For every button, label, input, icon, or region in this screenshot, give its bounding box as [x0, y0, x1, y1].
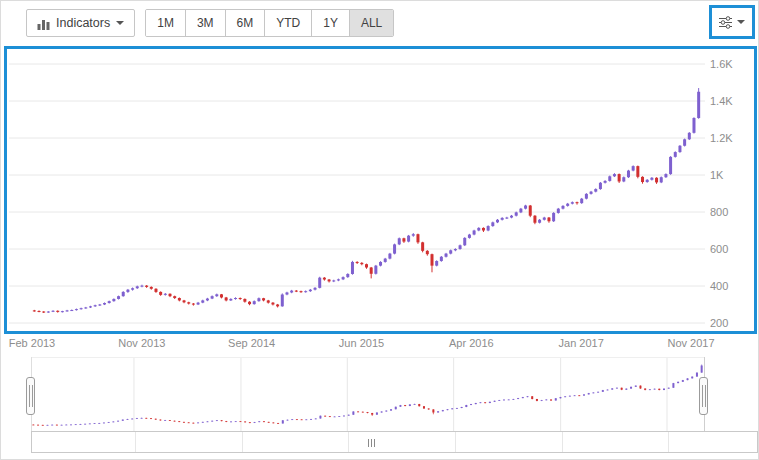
- navigator-left-handle[interactable]: [26, 377, 35, 415]
- period-button-1y[interactable]: 1Y: [312, 10, 350, 36]
- period-button-1m[interactable]: 1M: [146, 10, 186, 36]
- candle: [248, 302, 251, 304]
- candle: [300, 291, 303, 292]
- candle: [272, 423, 274, 424]
- candle: [42, 312, 45, 313]
- candle: [230, 422, 232, 423]
- candle: [337, 279, 340, 280]
- candle: [533, 216, 536, 223]
- candle: [365, 264, 368, 267]
- candle: [418, 404, 420, 406]
- candle: [701, 366, 703, 373]
- candle: [527, 396, 529, 397]
- candle: [291, 419, 293, 420]
- candle: [61, 425, 63, 426]
- candle: [451, 408, 453, 409]
- candle: [206, 421, 208, 422]
- candle: [412, 234, 415, 235]
- chart-settings-icon: [719, 16, 732, 29]
- period-button-3m[interactable]: 3M: [186, 10, 226, 36]
- candle: [644, 389, 646, 390]
- chevron-down-icon: [116, 21, 124, 25]
- candle: [683, 139, 686, 145]
- candle: [187, 302, 190, 303]
- candle: [578, 395, 580, 396]
- candle: [52, 311, 55, 312]
- navigator-right-handle[interactable]: [699, 377, 708, 415]
- candle: [654, 389, 656, 390]
- candle: [547, 218, 550, 222]
- candle: [108, 422, 110, 423]
- candle: [432, 409, 434, 412]
- candle: [183, 300, 186, 302]
- candle: [103, 303, 106, 304]
- y-axis-label: 800: [710, 206, 728, 218]
- candle: [463, 238, 466, 245]
- candle: [253, 301, 256, 304]
- candle: [566, 204, 569, 206]
- candle: [164, 294, 167, 295]
- candle: [32, 425, 34, 426]
- candle: [592, 393, 594, 394]
- chart-settings-button[interactable]: [713, 9, 751, 35]
- scrollbar-grip[interactable]: [368, 439, 375, 447]
- candle: [632, 166, 635, 170]
- candle: [393, 244, 396, 253]
- candle: [594, 189, 597, 192]
- candle: [310, 419, 312, 420]
- candle: [338, 416, 340, 417]
- candle: [192, 423, 194, 424]
- candle: [691, 377, 693, 379]
- candle: [239, 298, 242, 299]
- candle: [409, 404, 411, 406]
- candle: [112, 299, 115, 301]
- candle: [131, 419, 133, 420]
- candle: [51, 425, 53, 426]
- candle: [435, 261, 438, 266]
- candle: [437, 411, 439, 412]
- y-axis-label: 400: [710, 280, 728, 292]
- candle: [140, 286, 143, 287]
- x-axis-label: Apr 2016: [449, 337, 494, 349]
- candle: [576, 202, 579, 203]
- x-axis-label: Sep 2014: [228, 337, 275, 349]
- candle: [569, 396, 571, 397]
- x-axis-label: Nov 2017: [667, 337, 714, 349]
- candle: [38, 311, 41, 312]
- navigator-preview-chart[interactable]: [31, 357, 704, 431]
- candle: [257, 298, 260, 301]
- candle: [169, 294, 172, 296]
- candle: [449, 250, 452, 253]
- candle: [42, 425, 44, 426]
- candle: [677, 382, 679, 383]
- indicators-button[interactable]: Indicators: [26, 9, 135, 37]
- candle: [243, 299, 246, 302]
- period-button-ytd[interactable]: YTD: [265, 10, 312, 36]
- period-button-all[interactable]: ALL: [350, 10, 393, 36]
- candle: [590, 192, 593, 194]
- candle: [655, 178, 658, 183]
- candle: [268, 422, 270, 423]
- candle: [159, 292, 162, 295]
- period-button-6m[interactable]: 6M: [226, 10, 266, 36]
- candle: [277, 423, 279, 424]
- navigator-scrollbar[interactable]: [31, 431, 758, 453]
- candle: [660, 177, 663, 182]
- candle: [636, 166, 639, 177]
- candle: [519, 209, 522, 213]
- candle: [117, 421, 119, 422]
- candlestick-chart[interactable]: 2004006008001K1.2K1.4K1.6K: [7, 49, 754, 331]
- candle: [192, 304, 195, 305]
- candle: [150, 418, 152, 419]
- candle: [489, 402, 491, 403]
- candle: [89, 306, 92, 307]
- candle: [178, 298, 181, 300]
- candle: [402, 238, 405, 241]
- candle: [454, 249, 457, 250]
- candle: [126, 290, 129, 292]
- candle: [442, 410, 444, 411]
- candle: [641, 177, 644, 182]
- candle: [395, 407, 397, 410]
- candle: [65, 425, 67, 426]
- candle: [276, 305, 279, 307]
